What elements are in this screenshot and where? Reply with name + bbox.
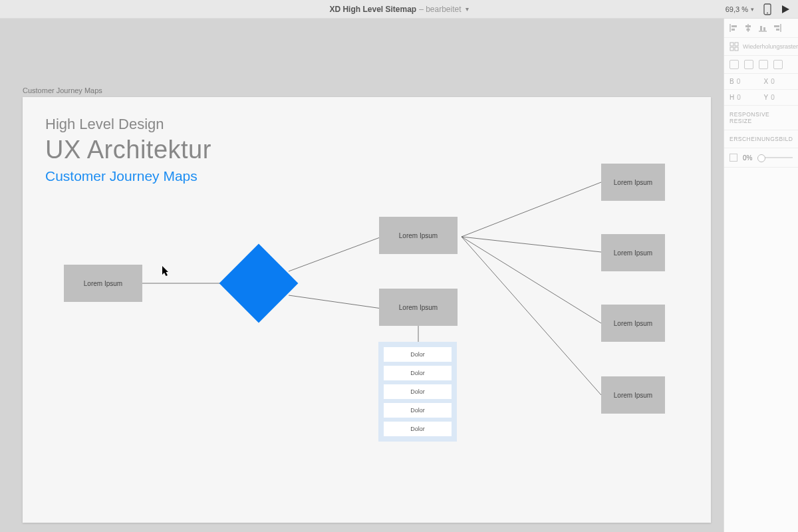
- sub-item[interactable]: Dolor: [384, 403, 452, 418]
- intersect-icon[interactable]: [759, 60, 768, 69]
- zoom-control[interactable]: 69,3 % ▾: [726, 5, 754, 13]
- svg-line-4: [289, 237, 382, 271]
- flow-node-right-3[interactable]: Lorem Ipsum: [601, 305, 665, 342]
- align-left-icon[interactable]: [730, 24, 737, 32]
- sub-item[interactable]: Dolor: [384, 347, 452, 362]
- width-label: B: [730, 78, 734, 85]
- zoom-value: 69,3 %: [726, 5, 748, 13]
- sub-item[interactable]: Dolor: [384, 384, 452, 399]
- svg-rect-26: [735, 47, 738, 51]
- y-value[interactable]: 0: [771, 94, 775, 101]
- node-label: Lorem Ipsum: [614, 392, 652, 399]
- sub-item[interactable]: Dolor: [384, 422, 452, 436]
- subheading-text[interactable]: High Level Design: [45, 116, 211, 133]
- opacity-value[interactable]: 0%: [743, 154, 752, 162]
- heading-text[interactable]: UX Architektur: [45, 136, 211, 164]
- svg-rect-16: [747, 29, 750, 31]
- repeat-grid-label: Wiederholungsraster: [743, 43, 798, 50]
- canvas-workspace[interactable]: Customer Journey Maps High Level Design …: [0, 19, 724, 532]
- app-topbar: XD High Level Sitemap – bearbeitet ▾ 69,…: [0, 0, 798, 19]
- device-preview-icon[interactable]: [763, 3, 771, 15]
- cursor-icon: [162, 266, 170, 277]
- svg-line-9: [462, 237, 601, 395]
- align-tools-row: [724, 19, 798, 38]
- dimensions-row-2: H0 Y0: [724, 90, 798, 106]
- svg-line-6: [462, 182, 601, 237]
- align-bottom-icon[interactable]: [759, 24, 767, 32]
- svg-line-5: [289, 295, 382, 309]
- flow-node-right-2[interactable]: Lorem Ipsum: [601, 234, 665, 271]
- section-responsive-resize[interactable]: RESPONSIVE RESIZE: [724, 106, 798, 130]
- opacity-slider[interactable]: [757, 157, 793, 158]
- sub-panel[interactable]: Dolor Dolor Dolor Dolor Dolor: [378, 342, 457, 442]
- document-title[interactable]: XD High Level Sitemap: [329, 5, 416, 14]
- flow-decision-diamond[interactable]: [219, 244, 299, 323]
- heading-group: High Level Design UX Architektur Custome…: [45, 116, 211, 184]
- svg-line-8: [462, 237, 601, 323]
- x-value[interactable]: 0: [771, 78, 775, 85]
- topbar-right-group: 69,3 % ▾: [718, 0, 798, 19]
- opacity-row: 0%: [724, 148, 798, 168]
- artboard[interactable]: High Level Design UX Architektur Custome…: [23, 97, 711, 523]
- opacity-swatch-icon[interactable]: [730, 154, 737, 162]
- flow-node-right-1[interactable]: Lorem Ipsum: [601, 164, 665, 201]
- svg-rect-23: [730, 43, 733, 46]
- svg-rect-13: [732, 29, 735, 31]
- subtract-icon[interactable]: [744, 60, 753, 69]
- play-icon[interactable]: [781, 5, 790, 14]
- node-label: Lorem Ipsum: [614, 179, 652, 186]
- sub-item[interactable]: Dolor: [384, 366, 452, 380]
- flow-node-right-4[interactable]: Lorem Ipsum: [601, 376, 665, 414]
- height-value[interactable]: 0: [737, 94, 741, 101]
- flow-node-start[interactable]: Lorem Ipsum: [64, 265, 142, 302]
- svg-line-7: [462, 237, 601, 252]
- svg-rect-25: [730, 47, 733, 51]
- x-label: X: [764, 78, 769, 85]
- repeat-grid-button[interactable]: Wiederholungsraster: [724, 38, 798, 56]
- exclude-icon[interactable]: [773, 60, 783, 69]
- section-appearance[interactable]: ERSCHEINUNGSBILD: [724, 130, 798, 148]
- svg-rect-12: [732, 25, 737, 27]
- flow-node-mid-bottom[interactable]: Lorem Ipsum: [379, 289, 458, 326]
- width-value[interactable]: 0: [737, 78, 741, 85]
- align-right-icon[interactable]: [773, 24, 781, 32]
- node-label: Lorem Ipsum: [399, 232, 438, 239]
- svg-marker-2: [782, 5, 789, 13]
- svg-point-1: [767, 13, 768, 14]
- chevron-down-icon: ▾: [751, 6, 754, 13]
- flow-node-mid-top[interactable]: Lorem Ipsum: [379, 217, 458, 254]
- svg-rect-21: [774, 25, 779, 27]
- properties-panel: Wiederholungsraster B0 X0 H0 Y0 RESPONSI…: [724, 19, 798, 532]
- union-icon[interactable]: [730, 60, 739, 69]
- artboard-label[interactable]: Customer Journey Maps: [23, 86, 102, 94]
- dimensions-row-1: B0 X0: [724, 74, 798, 90]
- document-status: – bearbeitet: [419, 5, 461, 14]
- svg-rect-18: [760, 26, 762, 31]
- height-label: H: [730, 94, 734, 101]
- node-label: Lorem Ipsum: [84, 280, 122, 287]
- boolean-ops-row: [724, 56, 798, 74]
- node-label: Lorem Ipsum: [614, 320, 652, 327]
- node-label: Lorem Ipsum: [614, 249, 652, 257]
- link-text[interactable]: Customer Journey Maps: [45, 168, 211, 184]
- svg-rect-24: [735, 43, 738, 46]
- y-label: Y: [764, 94, 769, 101]
- node-label: Lorem Ipsum: [399, 304, 438, 311]
- svg-rect-15: [745, 25, 751, 27]
- chevron-down-icon[interactable]: ▾: [466, 5, 469, 13]
- svg-rect-19: [763, 27, 765, 31]
- svg-rect-22: [776, 29, 779, 31]
- align-center-h-icon[interactable]: [744, 24, 752, 32]
- repeat-grid-icon: [730, 42, 739, 51]
